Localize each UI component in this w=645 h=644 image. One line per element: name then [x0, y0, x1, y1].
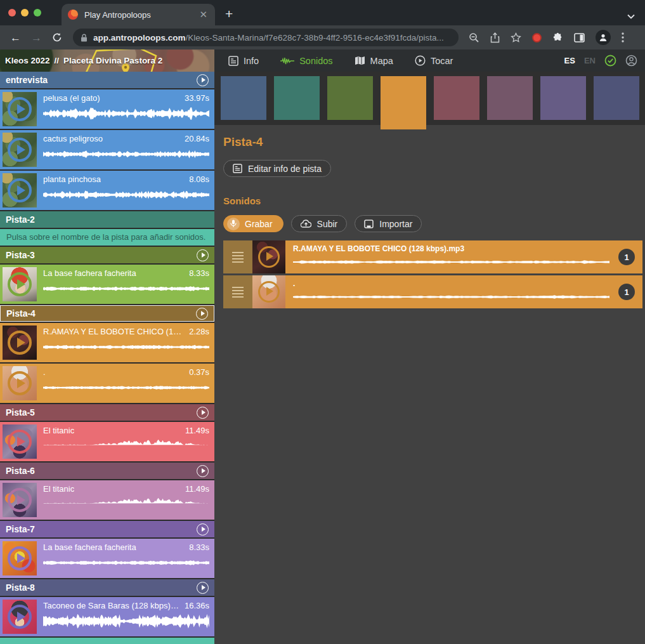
track-header-pista-2[interactable]: Pista-2 — [0, 211, 214, 228]
track-swatch-6[interactable] — [487, 76, 533, 120]
close-window-button[interactable] — [8, 9, 16, 16]
back-icon[interactable]: ← — [10, 32, 21, 43]
track-play-icon[interactable] — [197, 407, 209, 419]
nav-item-sonidos[interactable]: Sonidos — [280, 56, 332, 66]
play-icon[interactable] — [8, 272, 32, 296]
track-swatch-4-selected[interactable] — [381, 76, 426, 129]
play-icon[interactable] — [8, 138, 32, 162]
sound-row[interactable]: planta pinchosa8.08s — [0, 171, 214, 210]
upload-button[interactable]: Subir — [291, 215, 348, 232]
play-icon[interactable] — [8, 97, 32, 121]
drag-handle-icon[interactable] — [223, 240, 252, 273]
record-button[interactable]: Grabar — [223, 215, 283, 232]
nav-item-tocar[interactable]: Tocar — [415, 55, 453, 66]
track-swatch-1[interactable] — [221, 76, 266, 120]
waveform — [43, 280, 209, 297]
track-swatch-5[interactable] — [434, 76, 479, 120]
recording-extension-icon[interactable] — [532, 33, 542, 43]
profile-avatar[interactable] — [596, 30, 611, 45]
bookmark-star-icon[interactable] — [511, 32, 521, 43]
sound-thumbnail[interactable] — [3, 173, 37, 207]
sound-row[interactable]: cactus peligroso20.84s — [0, 130, 214, 169]
new-tab-button[interactable]: + — [225, 7, 233, 20]
sound-thumbnail[interactable] — [3, 325, 37, 360]
sound-row[interactable]: pelusa (el gato)33.97s — [0, 89, 214, 129]
sound-row[interactable]: La base fachera facherita8.33s — [0, 265, 214, 304]
play-icon[interactable] — [8, 605, 32, 629]
sound-row[interactable]: .0.37s — [0, 364, 214, 403]
play-icon[interactable] — [8, 546, 32, 570]
sound-thumbnail[interactable] — [3, 366, 37, 400]
sound-thumbnail[interactable] — [3, 92, 37, 126]
status-check-icon[interactable] — [604, 55, 616, 67]
track-swatch-2[interactable] — [274, 76, 320, 120]
project-header-photo[interactable]: Kleos 2022 // Placeta Divina Pastora 2 — [0, 49, 214, 72]
track-swatch-3[interactable] — [327, 76, 373, 120]
lang-es-button[interactable]: ES — [564, 56, 575, 65]
share-icon[interactable] — [490, 32, 500, 43]
sound-thumbnail[interactable] — [3, 133, 37, 167]
track-header-pista-5[interactable]: Pista-5 — [0, 404, 214, 421]
next-track-partial-header[interactable] — [0, 638, 214, 644]
maximize-window-button[interactable] — [34, 9, 41, 16]
nav-item-info[interactable]: Info — [228, 56, 259, 66]
tab-close-icon[interactable]: ✕ — [198, 9, 209, 20]
sound-item[interactable]: R.AMAYA Y EL BOBOTE CHICO (128 kbps).mp3… — [223, 240, 642, 273]
track-play-icon[interactable] — [196, 308, 208, 320]
track-swatch-8[interactable] — [594, 76, 639, 120]
menu-kebab-icon[interactable] — [622, 32, 624, 43]
play-icon[interactable] — [8, 178, 32, 202]
side-panel-icon[interactable] — [574, 33, 585, 43]
waveform — [43, 555, 209, 571]
track-play-icon[interactable] — [197, 74, 209, 86]
sound-thumbnail[interactable] — [3, 541, 37, 575]
sound-row[interactable]: La base fachera facherita8.33s — [0, 539, 214, 578]
sound-row[interactable]: El titanic11.49s — [0, 422, 214, 461]
minimize-window-button[interactable] — [21, 9, 29, 16]
play-icon[interactable] — [258, 246, 280, 268]
sound-thumbnail[interactable] — [252, 275, 285, 308]
extensions-puzzle-icon[interactable] — [552, 32, 563, 43]
play-icon[interactable] — [8, 430, 32, 454]
edit-track-info-button[interactable]: Editar info de pista — [223, 160, 331, 177]
waveform — [43, 613, 209, 629]
track-header-pista-3[interactable]: Pista-3 — [0, 247, 214, 263]
track-swatch-7[interactable] — [540, 76, 586, 120]
lang-en-button[interactable]: EN — [584, 56, 596, 65]
waveform — [43, 438, 209, 454]
track-header-entrevista[interactable]: entrevista — [0, 72, 214, 88]
sound-thumbnail[interactable] — [3, 600, 37, 634]
track-play-icon[interactable] — [197, 465, 209, 477]
drag-handle-icon[interactable] — [223, 275, 252, 308]
forward-icon[interactable]: → — [31, 32, 42, 43]
sound-thumbnail[interactable] — [3, 424, 37, 459]
browser-tab[interactable]: Play Antropoloops ✕ — [62, 4, 215, 25]
sound-row[interactable]: Taconeo de Sara Baras (128 kbps).mp316.3… — [0, 597, 214, 636]
sound-item[interactable]: . 1 — [223, 275, 642, 308]
sound-row[interactable]: R.AMAYA Y EL BOBOTE CHICO (128 kbps)....… — [0, 323, 214, 362]
track-header-pista-6[interactable]: Pista-6 — [0, 463, 214, 479]
track-play-icon[interactable] — [197, 582, 209, 594]
play-icon[interactable] — [8, 371, 32, 395]
play-icon[interactable] — [258, 281, 280, 303]
import-button[interactable]: Importar — [355, 215, 422, 232]
breadcrumb-location[interactable]: Placeta Divina Pastora 2 — [63, 56, 162, 65]
url-bar[interactable]: app.antropoloops.com /Kleos-Santa-Marina… — [73, 29, 459, 46]
track-play-icon[interactable] — [197, 523, 209, 536]
track-header-pista-8[interactable]: Pista-8 — [0, 579, 214, 596]
breadcrumb-project[interactable]: Kleos 2022 — [5, 56, 50, 65]
track-play-icon[interactable] — [197, 249, 209, 261]
sound-thumbnail[interactable] — [3, 267, 37, 301]
sound-thumbnail[interactable] — [252, 240, 285, 273]
play-icon[interactable] — [8, 331, 32, 355]
zoom-out-icon[interactable] — [469, 32, 479, 43]
sound-row[interactable]: El titanic11.49s — [0, 480, 214, 520]
reload-icon[interactable] — [52, 32, 62, 43]
tab-search-chevron-icon[interactable] — [627, 14, 635, 19]
play-icon[interactable] — [8, 488, 32, 512]
nav-item-mapa[interactable]: Mapa — [355, 56, 393, 66]
sound-thumbnail[interactable] — [3, 483, 37, 517]
track-header-pista-4[interactable]: Pista-4 — [0, 305, 214, 322]
track-header-pista-7[interactable]: Pista-7 — [0, 521, 214, 537]
account-icon[interactable] — [625, 55, 637, 67]
